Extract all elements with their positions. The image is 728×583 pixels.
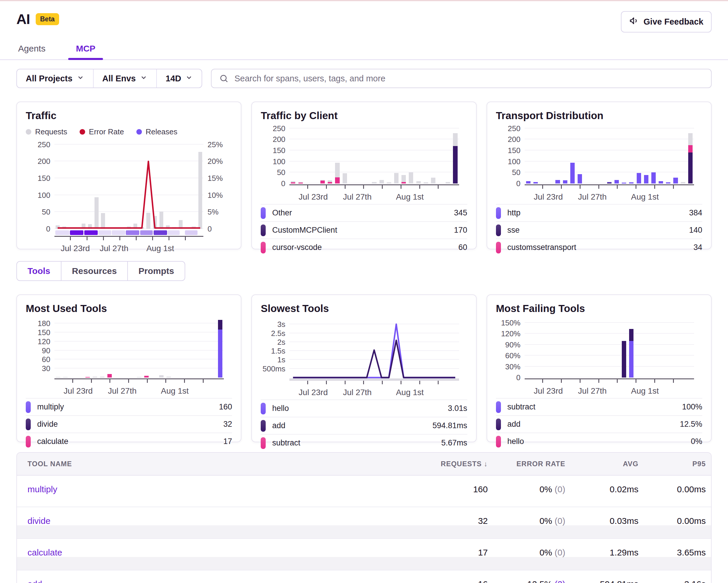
legend-row[interactable]: divide32 <box>26 415 232 433</box>
legend-row[interactable]: add594.81ms <box>261 417 467 434</box>
legend-row[interactable]: sse140 <box>496 221 702 238</box>
y-axis-label: 250 <box>26 141 50 148</box>
avg-cell: 1.29ms <box>565 539 639 558</box>
page-title: AI <box>17 11 30 27</box>
release-segment <box>168 230 180 235</box>
card-title: Traffic by Client <box>261 110 467 122</box>
traffic-card: Traffic RequestsError RateReleases 00505… <box>17 102 241 249</box>
most-failing-tools-chart[interactable]: 030%60%90%120%150%Jul 23rdJul 27thAug 1s… <box>496 319 702 398</box>
error-count[interactable]: (2) <box>554 579 565 583</box>
error-count: (0) <box>554 548 565 557</box>
bar-segment <box>688 133 693 145</box>
tool-link[interactable]: divide <box>27 507 429 526</box>
bar-segment <box>453 146 457 183</box>
search-input[interactable] <box>211 69 711 88</box>
give-feedback-button[interactable]: Give Feedback <box>621 11 711 32</box>
requests-cell: 160 <box>429 476 488 494</box>
legend-row-label: subtract <box>272 438 300 448</box>
legend-row-label: subtract <box>508 402 536 411</box>
y-axis-label: 0 <box>26 225 50 233</box>
most-used-tools-chart[interactable]: 306090120150180Jul 23rdJul 27thAug 1st <box>26 319 232 398</box>
column-error-rate[interactable]: ERROR RATE <box>488 460 565 468</box>
traffic-by-client-chart[interactable]: 050100150200250Jul 23rdJul 27thAug 1st <box>261 126 467 204</box>
legend-label: Requests <box>35 127 67 136</box>
legend-row-value: 594.81ms <box>433 421 467 430</box>
legend-item[interactable]: Requests <box>26 127 67 136</box>
envs-filter[interactable]: All Envs <box>93 69 156 87</box>
legend-row[interactable]: cursor-vscode60 <box>261 238 467 256</box>
legend-row-label: add <box>508 420 521 429</box>
legend-row[interactable]: subtract100% <box>496 398 702 415</box>
legend-item[interactable]: Releases <box>136 127 177 136</box>
legend-row[interactable]: multiply160 <box>26 398 232 415</box>
legend-row[interactable]: CustomMCPClient170 <box>261 221 467 238</box>
column-avg[interactable]: AVG <box>565 460 639 468</box>
release-segment <box>98 230 111 235</box>
legend-row[interactable]: customssetransport34 <box>496 238 702 256</box>
release-segment <box>55 230 69 235</box>
y-axis-label: 200 <box>26 157 50 165</box>
traffic-legend: RequestsError RateReleases <box>26 127 232 136</box>
tool-link[interactable]: multiply <box>27 476 429 494</box>
bar-segment <box>335 163 339 177</box>
bar-segment <box>629 341 633 378</box>
bar-segment <box>387 182 391 183</box>
bar-segment <box>681 182 685 183</box>
tab-agents[interactable]: Agents <box>10 40 53 59</box>
bar-segment <box>629 182 633 183</box>
legend-row-value: 3.01s <box>448 404 467 413</box>
slowest-tools-card: Slowest Tools 500ms1s1.5s2s2.5s3sJul 23r… <box>251 295 476 442</box>
requests-cell: 16 <box>429 571 488 583</box>
legend-dot <box>136 129 142 135</box>
legend-item[interactable]: Error Rate <box>80 127 124 136</box>
y-axis-label-right: 25% <box>207 141 232 148</box>
tool-link[interactable]: add <box>27 571 429 583</box>
legend-row-value: 5.67ms <box>441 438 467 448</box>
filter-bar: All Projects All Envs 14D <box>17 69 711 88</box>
legend-row-label: add <box>272 421 285 430</box>
x-axis-label: Jul 27th <box>108 386 137 396</box>
legend-row-value: 34 <box>694 243 702 252</box>
tool-link[interactable]: calculate <box>27 539 429 558</box>
column-tool-name[interactable]: TOOL NAME <box>27 460 429 468</box>
legend-row[interactable]: add12.5% <box>496 415 702 433</box>
x-axis-label: Jul 23rd <box>534 386 563 396</box>
search-box <box>211 69 711 88</box>
x-axis-label: Jul 23rd <box>534 192 563 202</box>
legend-row[interactable]: hello0% <box>496 433 702 450</box>
traffic-chart[interactable]: 00505%10010%15015%20020%25025%Jul 23rdJu… <box>26 141 232 255</box>
tab-prompts[interactable]: Prompts <box>127 262 185 280</box>
card-title: Most Failing Tools <box>496 303 702 314</box>
legend-row[interactable]: subtract5.67ms <box>261 434 467 451</box>
y-axis-label: 100 <box>496 158 521 166</box>
y-axis-label: 200 <box>496 135 521 143</box>
column-requests[interactable]: REQUESTS ↓ <box>429 460 488 468</box>
legend-row[interactable]: hello3.01s <box>261 400 467 417</box>
legend-row[interactable]: calculate17 <box>26 433 232 450</box>
y-axis-label: 60 <box>26 356 50 363</box>
date-range-filter[interactable]: 14D <box>156 69 202 87</box>
tab-tools[interactable]: Tools <box>17 262 61 280</box>
tab-resources[interactable]: Resources <box>61 262 127 280</box>
y-axis-label: 3s <box>261 321 285 328</box>
legend-row[interactable]: Other345 <box>261 204 467 221</box>
legend-row-value: 32 <box>223 420 232 429</box>
y-axis-label: 100 <box>261 158 285 166</box>
x-axis-label: Jul 27th <box>578 386 606 396</box>
release-track[interactable] <box>54 230 203 235</box>
tab-mcp[interactable]: MCP <box>68 40 103 59</box>
projects-filter[interactable]: All Projects <box>17 69 93 87</box>
transport-distribution-chart[interactable]: 050100150200250Jul 23rdJul 27thAug 1st <box>496 126 702 204</box>
tools-table: TOOL NAME REQUESTS ↓ ERROR RATE AVG P95 … <box>17 452 711 583</box>
bar-segment <box>424 182 428 183</box>
card-title: Most Used Tools <box>26 303 232 314</box>
slowest-tools-chart[interactable]: 500ms1s1.5s2s2.5s3sJul 23rdJul 27thAug 1… <box>261 319 467 400</box>
y-axis-label: 1s <box>261 356 285 363</box>
legend-row[interactable]: http384 <box>496 204 702 221</box>
legend-row-value: 140 <box>689 226 702 235</box>
y-axis-label: 150 <box>26 329 50 336</box>
legend-row-label: divide <box>37 420 58 429</box>
release-segment <box>185 230 198 235</box>
most-used-legend-rows: multiply160divide32calculate17 <box>26 398 232 450</box>
column-p95[interactable]: P95 <box>639 460 706 468</box>
